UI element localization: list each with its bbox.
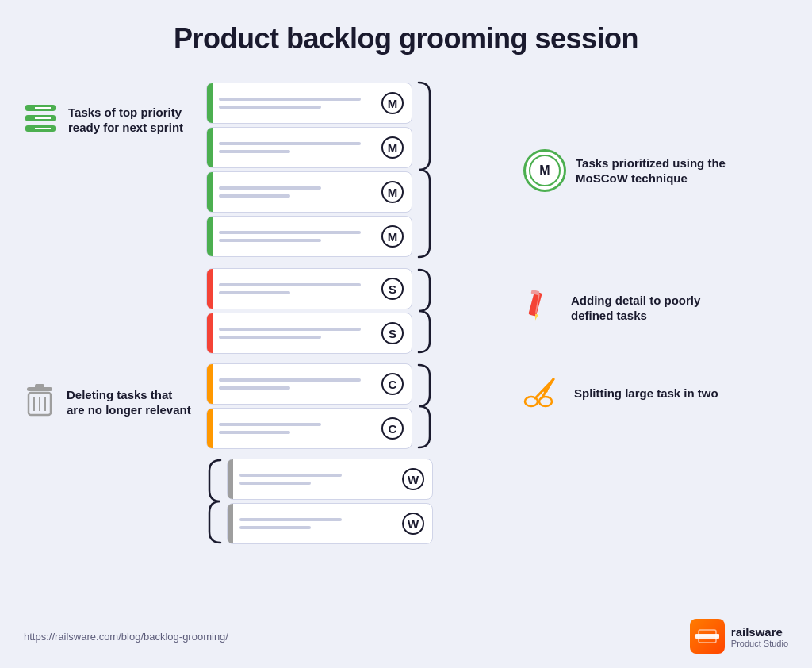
- task-card-s2: S: [206, 313, 412, 354]
- card-line: [219, 142, 361, 145]
- card-line: [219, 328, 361, 331]
- moscow-text: Tasks prioritized using the MoSCoW techn…: [576, 155, 726, 186]
- footer-url: https://railsware.com/blog/backlog-groom…: [24, 631, 228, 643]
- stripe-red: [207, 269, 213, 309]
- badge-w: W: [402, 513, 424, 535]
- c-group: C C: [206, 362, 523, 451]
- card-line: [219, 378, 361, 382]
- pencil-annotation: Adding detail to poorly defined tasks: [523, 287, 737, 328]
- card-lines: [219, 423, 377, 434]
- card-line: [219, 291, 290, 294]
- card-line: [219, 98, 361, 101]
- moscow-annotation: M Tasks prioritized using the MoSCoW tec…: [523, 149, 737, 192]
- stack-icon: [24, 103, 57, 136]
- badge-m: M: [381, 181, 404, 203]
- task-card-c1: C: [206, 363, 412, 405]
- card-line: [219, 186, 321, 190]
- card-line: [239, 482, 311, 485]
- bottom-annotation-text: Deleting tasks that are no longer releva…: [67, 387, 193, 418]
- railsware-text: railsware Product Studio: [731, 625, 788, 648]
- task-card-m3: M: [206, 171, 412, 213]
- card-line: [219, 336, 321, 339]
- badge-m: M: [381, 92, 404, 114]
- s-cards: S S: [206, 268, 412, 354]
- stripe-orange: [207, 409, 213, 448]
- trash-icon: [24, 382, 56, 422]
- center-panel: M M: [206, 71, 523, 546]
- s-group: S S: [206, 267, 523, 355]
- card-line: [239, 526, 311, 529]
- stripe-green: [207, 83, 213, 123]
- page: Product backlog grooming session: [0, 0, 812, 668]
- badge-m: M: [381, 136, 404, 159]
- w-cards: W W: [227, 459, 433, 544]
- card-line: [219, 231, 361, 234]
- task-card-m4: M: [206, 216, 412, 257]
- card-line: [219, 239, 321, 242]
- badge-w: W: [402, 468, 424, 490]
- moscow-icon: M: [523, 149, 566, 192]
- task-card-s1: S: [206, 268, 412, 309]
- card-line: [219, 423, 321, 426]
- railsware-icon: [690, 619, 725, 654]
- brace-s-right: [416, 267, 433, 355]
- m-cards: M M: [206, 83, 412, 257]
- brand-name: railsware: [731, 625, 788, 639]
- card-lines: [219, 283, 377, 294]
- task-card-w1: W: [227, 459, 433, 500]
- main-area: Tasks of top priority ready for next spr…: [0, 71, 812, 619]
- card-line: [239, 518, 342, 521]
- card-lines: [219, 142, 377, 153]
- card-line: [219, 431, 290, 434]
- left-panel: Tasks of top priority ready for next spr…: [0, 71, 206, 422]
- card-lines: [219, 98, 377, 109]
- card-line: [219, 150, 290, 153]
- stripe-green: [207, 172, 213, 212]
- page-title: Product backlog grooming session: [174, 22, 638, 56]
- brand-sub: Product Studio: [731, 639, 788, 648]
- stripe-green: [207, 128, 213, 167]
- badge-s: S: [381, 322, 404, 344]
- stripe-green: [207, 217, 213, 256]
- brace-w-left: [206, 457, 224, 546]
- card-lines: [239, 474, 397, 485]
- top-annotation: Tasks of top priority ready for next spr…: [24, 103, 195, 136]
- pencil-icon: [523, 287, 561, 328]
- card-line: [239, 474, 342, 477]
- svg-rect-12: [528, 291, 542, 317]
- svg-rect-7: [35, 384, 44, 389]
- w-group: W W: [206, 457, 523, 546]
- card-lines: [219, 328, 377, 339]
- task-card-c2: C: [206, 408, 412, 449]
- scissors-text: Splitting large task in two: [574, 386, 718, 401]
- card-line: [219, 283, 361, 286]
- stripe-orange: [207, 364, 213, 404]
- card-lines: [239, 518, 397, 529]
- moscow-inner: M: [529, 155, 561, 186]
- task-card-w2: W: [227, 503, 433, 544]
- stripe-gray: [228, 459, 233, 499]
- badge-s: S: [381, 278, 404, 300]
- railsware-logo: railsware Product Studio: [690, 619, 788, 654]
- card-lines: [219, 186, 377, 198]
- pencil-text: Adding detail to poorly defined tasks: [571, 293, 722, 324]
- card-line: [219, 194, 290, 198]
- badge-c: C: [381, 373, 404, 395]
- brace-c-right: [416, 362, 433, 451]
- bottom-annotation: Deleting tasks that are no longer releva…: [24, 382, 193, 422]
- m-group: M M: [206, 79, 523, 260]
- right-panel: M Tasks prioritized using the MoSCoW tec…: [523, 71, 737, 414]
- scissors-annotation: Splitting large task in two: [523, 373, 737, 414]
- stripe-red: [207, 313, 213, 353]
- stripe-gray: [228, 504, 233, 543]
- card-lines: [219, 231, 377, 242]
- top-annotation-text: Tasks of top priority ready for next spr…: [68, 105, 195, 136]
- card-lines: [219, 378, 377, 390]
- card-line: [219, 106, 321, 109]
- footer: https://railsware.com/blog/backlog-groom…: [0, 619, 812, 668]
- badge-c: C: [381, 417, 404, 440]
- badge-m: M: [381, 225, 404, 248]
- card-line: [219, 386, 290, 390]
- c-cards: C C: [206, 363, 412, 449]
- svg-point-20: [543, 388, 548, 393]
